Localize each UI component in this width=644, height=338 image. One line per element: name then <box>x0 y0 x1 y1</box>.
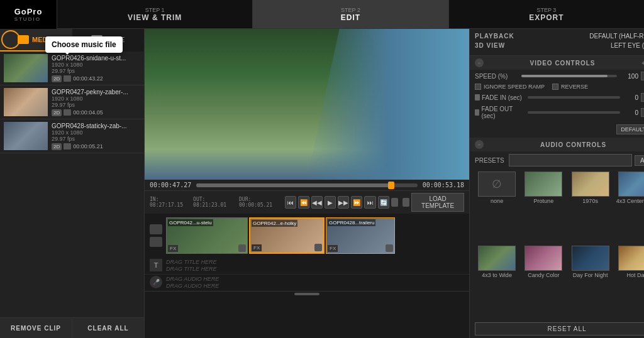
list-item[interactable]: GOPR0428-staticky-zab-... 1920 x 1080 29… <box>0 119 144 153</box>
preset-label-4x3-center-crop: 4x3 Center Crop <box>616 198 644 204</box>
fade-out-slider[interactable] <box>528 111 620 114</box>
plus2-label: +2 <box>641 60 644 67</box>
clear-all-button[interactable]: CLEAR ALL <box>72 318 144 338</box>
preset-4x3-center-crop[interactable]: 4x3 Center Crop <box>615 172 644 243</box>
fullscreen-icon[interactable] <box>402 198 409 207</box>
reset-all-button[interactable]: RESET ALL <box>475 322 644 335</box>
list-item[interactable]: GOPR0426-snidane-u-st... 1920 x 1080 29.… <box>0 52 144 85</box>
list-item[interactable]: GOPR0427-pekny-zaber-... 1920 x 1080 29.… <box>0 85 144 119</box>
fx-badge[interactable]: FX <box>328 245 338 252</box>
audio-drag-area: DRAG AUDIO HERE DRAG AUDIO HERE <box>166 276 464 290</box>
preset-thumb-4x3-to-wide <box>478 246 516 271</box>
clip-fps: 29.97 fps <box>52 136 140 142</box>
audio-track-icon: 🎤 <box>150 276 162 288</box>
in-point: IN: 08:27:17.15 <box>150 197 186 208</box>
loop-button[interactable]: 🔄 <box>378 196 389 209</box>
badge-2d: 2D <box>52 75 62 82</box>
preset-1970s[interactable]: 1970s <box>569 172 613 243</box>
preset-thumb-4x3-center-crop <box>618 172 644 197</box>
3d-view-value[interactable]: LEFT EYE (2D) ▾ <box>611 42 644 49</box>
preset-label-candy-color: Candy Color <box>528 272 559 278</box>
scrubber-fill <box>196 183 391 187</box>
load-template-button[interactable]: LOAD TEMPLATE <box>411 193 464 212</box>
timeline-clip[interactable]: GOPR042...e-holky FX <box>249 217 325 254</box>
main-layout: MEDIA Choose music file TITLE GOPR0426-s… <box>0 29 644 338</box>
left-tabs: MEDIA Choose music file TITLE <box>0 29 144 52</box>
clip-thumbnail <box>4 122 48 150</box>
clip-name: GOPR0428-staticky-zab-... <box>52 123 133 129</box>
volume-icon[interactable] <box>391 198 398 207</box>
fast-forward-button[interactable]: ▶▶ <box>338 196 349 209</box>
prev-frame-button[interactable]: ⏪ <box>298 196 309 209</box>
audio-controls-header: − AUDIO CONTROLS <box>470 138 644 151</box>
title-track-icon: T <box>150 259 162 271</box>
preset-thumb-protune <box>525 172 562 197</box>
playback-section: PLAYBACK DEFAULT (HALF-RES) ▾ 3D VIEW LE… <box>470 29 644 56</box>
out-point: OUT: 08:21:23.01 <box>193 197 232 208</box>
scrubber[interactable] <box>196 183 418 187</box>
add-preset-button[interactable]: ADD <box>635 155 644 166</box>
timeline-scrollbar[interactable] <box>145 291 469 296</box>
video-controls-expand[interactable]: − <box>475 58 484 67</box>
clip-thumbnail <box>4 54 48 82</box>
next-frame-button[interactable]: ⏩ <box>351 196 362 209</box>
preset-4x3-to-wide[interactable]: 4x3 to Wide <box>475 246 519 317</box>
center-panel: 00:00:47.27 00:00:53.18 IN: 08:27:17.15 … <box>145 29 469 338</box>
reverse-checkbox[interactable] <box>552 84 558 90</box>
speed-slider[interactable] <box>521 75 617 77</box>
rewind-button[interactable]: ◀◀ <box>311 196 323 209</box>
skip-start-button[interactable]: ⏮ <box>285 196 296 209</box>
step3-label: EXPORT <box>529 13 564 22</box>
speed-decrease[interactable]: < <box>641 72 644 80</box>
timeline-clip[interactable]: GOPR042...u-stelu FX <box>166 217 248 254</box>
fade-out-value: 0 <box>623 109 638 116</box>
step-edit[interactable]: STEP 2 EDIT <box>252 0 448 28</box>
audio-controls-expand[interactable]: − <box>475 140 484 149</box>
play-button[interactable]: ▶ <box>325 196 336 209</box>
defaults-button[interactable]: DEFAULTS <box>616 124 644 134</box>
clip-info: GOPR0426-snidane-u-st... 1920 x 1080 29.… <box>52 55 140 82</box>
presets-input[interactable] <box>509 154 632 166</box>
clip-list: GOPR0426-snidane-u-st... 1920 x 1080 29.… <box>0 52 144 317</box>
fade-out-decrease[interactable]: < <box>641 108 644 117</box>
remove-clip-button[interactable]: REMOVE CLIP <box>0 318 72 338</box>
fade-in-slider[interactable] <box>528 96 620 99</box>
clip-fps: 29.97 fps <box>52 68 140 74</box>
duration-point: DUR: 00:00:05.21 <box>239 197 278 208</box>
fade-in-decrease[interactable]: < <box>641 93 644 102</box>
playback-value[interactable]: DEFAULT (HALF-RES) ▾ <box>589 33 644 40</box>
skip-end-button[interactable]: ⏭ <box>364 196 375 209</box>
preset-thumb-candy-color <box>525 246 562 271</box>
preset-protune[interactable]: Protune <box>521 172 565 243</box>
timeline-clips: GOPR042...u-stelu FX GOPR042...e-holky F… <box>145 214 469 258</box>
step-view-trim[interactable]: STEP 1 VIEW & TRIM <box>57 0 252 28</box>
preset-day-for-night[interactable]: Day For Night <box>569 246 613 317</box>
drag-title-text-1: DRAG TITLE HERE <box>166 259 464 265</box>
clip-badges: 2D 00:00:04.05 <box>52 109 140 116</box>
step2-label: EDIT <box>341 13 360 22</box>
defaults-row: DEFAULTS <box>470 121 644 138</box>
step2-number: STEP 2 <box>341 7 360 13</box>
fx-badge[interactable]: FX <box>252 244 262 251</box>
tab-media[interactable]: MEDIA Choose music file <box>0 29 72 52</box>
timeline-clip[interactable]: GOPR0428...traileru FX <box>326 217 395 254</box>
step1-label: VIEW & TRIM <box>128 13 182 22</box>
clip-resolution: 1920 x 1080 <box>52 62 140 68</box>
scrollbar-thumb[interactable] <box>294 293 319 295</box>
fade-in-lock <box>475 94 480 101</box>
fade-in-label: FADE IN (sec) <box>475 94 525 101</box>
left-panel: MEDIA Choose music file TITLE GOPR0426-s… <box>0 29 145 338</box>
music-highlight <box>1 30 20 49</box>
ignore-speed-ramp-checkbox[interactable] <box>475 84 481 90</box>
clip-name: GOPR0427-pekny-zaber-... <box>52 89 133 95</box>
audio-icon <box>386 244 393 252</box>
clip-badges: 2D 00:00:43.22 <box>52 75 140 82</box>
preset-hot-day[interactable]: Hot Day <box>615 246 644 317</box>
step-export[interactable]: STEP 3 EXPORT <box>448 0 644 28</box>
fx-badge[interactable]: FX <box>168 245 178 252</box>
preset-candy-color[interactable]: Candy Color <box>521 246 565 317</box>
scrubber-handle[interactable] <box>388 182 394 189</box>
clip-type-icon <box>64 109 71 116</box>
preset-none[interactable]: ∅ none <box>475 172 519 243</box>
left-bottom-buttons: REMOVE CLIP CLEAR ALL <box>0 317 144 338</box>
